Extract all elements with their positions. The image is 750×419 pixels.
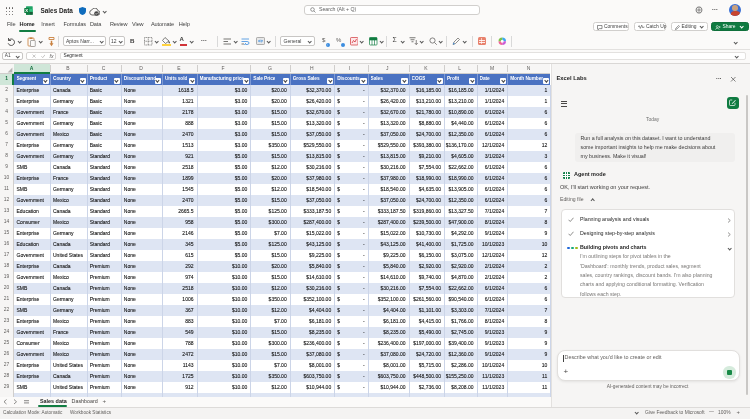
svg-text:X: X: [25, 8, 28, 13]
